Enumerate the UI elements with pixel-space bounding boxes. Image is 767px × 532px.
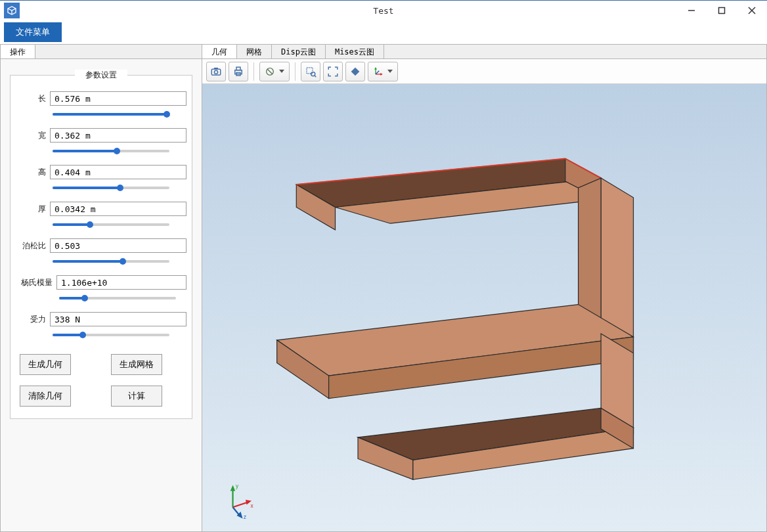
window-title: Test [373,6,393,16]
viewport-toolbar [202,59,766,84]
maximize-button[interactable] [707,1,737,20]
model-geometry [202,84,766,531]
tab-geometry[interactable]: 几何 [202,45,237,58]
3d-viewport[interactable]: y x z [202,84,766,531]
label-length: 长 [16,93,50,104]
svg-marker-19 [380,73,382,76]
svg-rect-15 [351,67,360,76]
slider-thickness[interactable] [53,220,169,229]
svg-line-40 [233,502,248,508]
label-width: 宽 [16,130,50,141]
print-button[interactable] [229,62,248,81]
menubar: 文件菜单 [0,20,767,44]
slider-height[interactable] [53,183,169,192]
svg-text:z: z [244,514,246,520]
right-panel: 几何 网格 Disp云图 Mises云图 [202,44,767,532]
parameter-legend: 参数设置 [75,70,127,81]
input-force[interactable] [50,312,186,326]
toolbar-separator [295,62,296,81]
label-force: 受力 [16,314,50,325]
titlebar: Test [0,1,767,20]
normal-view-button[interactable] [345,62,365,81]
slider-force[interactable] [53,330,169,340]
tab-mesh[interactable]: 网格 [237,45,272,58]
generate-mesh-button[interactable]: 生成网格 [111,354,162,375]
input-width[interactable] [50,128,186,143]
label-poisson: 泊松比 [16,240,50,252]
svg-rect-8 [236,67,240,70]
tab-operations[interactable]: 操作 [1,45,35,58]
chevron-down-icon [279,70,284,73]
tab-disp[interactable]: Disp云图 [272,45,326,58]
orientation-triad: y x z [218,480,257,520]
input-length[interactable] [50,91,186,106]
zoom-window-button[interactable] [301,62,320,81]
svg-marker-38 [230,485,236,491]
fit-view-button[interactable] [323,62,343,81]
svg-rect-1 [719,8,725,14]
toolbar-separator [253,62,254,81]
label-height: 高 [16,167,50,178]
right-tabstrip: 几何 网格 Disp云图 Mises云图 [202,45,766,59]
minimize-button[interactable] [676,1,707,20]
svg-line-14 [315,76,316,77]
tab-mises[interactable]: Mises云图 [326,45,384,58]
svg-line-20 [376,70,379,74]
window-controls [676,1,767,20]
screenshot-button[interactable] [206,62,226,81]
input-poisson[interactable] [50,238,186,253]
compute-button[interactable]: 计算 [111,386,162,407]
svg-text:y: y [236,483,239,489]
slider-poisson[interactable] [53,257,169,266]
slider-width[interactable] [53,146,169,156]
svg-point-5 [214,70,217,74]
generate-geometry-button[interactable]: 生成几何 [20,354,71,375]
slider-youngs[interactable] [59,294,176,303]
svg-marker-17 [374,67,377,69]
svg-rect-6 [214,68,218,69]
parameter-group: 参数设置 长 宽 高 厚 泊松比 [10,75,192,419]
chevron-down-icon [387,70,393,73]
input-youngs[interactable] [56,275,186,290]
close-button[interactable] [737,1,767,20]
svg-text:x: x [251,503,254,509]
left-tabstrip: 操作 [1,45,202,59]
input-thickness[interactable] [50,202,186,216]
slider-length[interactable] [53,110,169,119]
axis-orientation-dropdown[interactable] [368,62,398,81]
label-thickness: 厚 [16,204,50,215]
label-youngs: 杨氏模量 [16,277,56,288]
app-icon [4,3,20,18]
view-mode-dropdown[interactable] [259,62,290,81]
svg-line-11 [267,69,273,74]
left-panel: 操作 参数设置 长 宽 高 厚 [0,44,202,532]
file-menu-button[interactable]: 文件菜单 [4,22,62,42]
input-height[interactable] [50,165,186,179]
clear-geometry-button[interactable]: 清除几何 [20,386,71,407]
